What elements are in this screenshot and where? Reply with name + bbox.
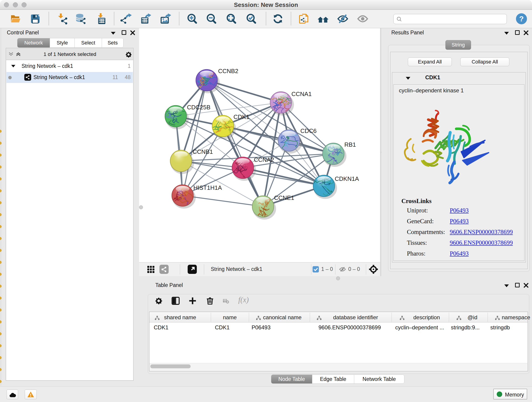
svg-text:RB1: RB1 xyxy=(344,141,356,148)
svg-text:HIST1H1A: HIST1H1A xyxy=(193,184,222,191)
svg-text:CCNB2: CCNB2 xyxy=(218,68,238,75)
svg-text:CDKN1A: CDKN1A xyxy=(335,175,359,182)
svg-text:CCNE1: CCNE1 xyxy=(274,194,294,201)
svg-text:CDK1: CDK1 xyxy=(234,114,249,120)
svg-text:CCNA2: CCNA2 xyxy=(254,156,274,163)
svg-text:CCNB1: CCNB1 xyxy=(193,148,213,155)
svg-text:CCNA1: CCNA1 xyxy=(291,90,312,97)
svg-text:CDC25B: CDC25B xyxy=(187,104,210,111)
svg-text:CDC6: CDC6 xyxy=(300,128,317,134)
